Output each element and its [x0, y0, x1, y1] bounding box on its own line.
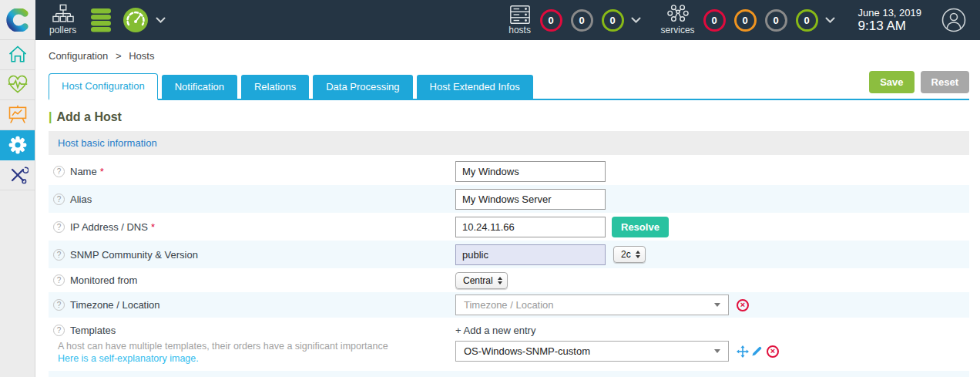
user-menu[interactable]	[941, 8, 966, 32]
save-button[interactable]: Save	[869, 71, 914, 93]
current-date: June 13, 2019	[858, 7, 921, 19]
select-spinner-icon	[498, 277, 502, 284]
name-input[interactable]	[455, 161, 606, 182]
snmp-community-input[interactable]	[455, 244, 606, 265]
timezone-label-cell: ? Timezone / Location	[49, 299, 455, 311]
templates-select-cell: OS-Windows-SNMP-custom	[455, 341, 969, 362]
sidebar-item-configuration[interactable]	[0, 130, 35, 160]
template-select[interactable]: OS-Windows-SNMP-custom	[455, 341, 729, 362]
page-title: |Add a Host	[49, 110, 969, 124]
help-icon[interactable]: ?	[53, 194, 65, 205]
required-asterisk: *	[100, 166, 104, 177]
monitored-from-input-cell: Central	[455, 272, 969, 289]
breadcrumb-section[interactable]: Configuration	[49, 50, 108, 62]
services-ok-count: 0	[804, 15, 809, 26]
main-content: Configuration > Hosts Host Configuration…	[35, 40, 980, 377]
template-row-actions: ×	[737, 345, 781, 358]
tab-relations[interactable]: Relations	[241, 75, 309, 99]
help-icon[interactable]: ?	[53, 325, 65, 336]
help-icon[interactable]: ?	[53, 274, 65, 286]
services-chevron-down-icon[interactable]	[825, 17, 835, 24]
help-icon[interactable]: ?	[53, 299, 65, 311]
services-status-group: services 0 0 0 0	[661, 4, 835, 35]
topbar: pollers	[35, 0, 980, 40]
form-row-alias: ? Alias	[49, 185, 969, 213]
alias-label-cell: ? Alias	[49, 194, 455, 205]
move-icon[interactable]	[737, 345, 749, 358]
hosts-ok-counter[interactable]: 0	[602, 9, 624, 32]
hosts-menu[interactable]: hosts	[508, 5, 532, 35]
snmp-label-cell: ? SNMP Community & Version	[49, 249, 455, 261]
services-ok-counter[interactable]: 0	[796, 9, 818, 32]
services-unknown-counter[interactable]: 0	[765, 9, 787, 32]
form-row-snmp: ? SNMP Community & Version 2c	[49, 241, 969, 268]
template-delete-icon[interactable]: ×	[767, 345, 779, 358]
name-label-cell: ? Name *	[49, 166, 455, 177]
tab-host-extended-infos[interactable]: Host Extended Infos	[417, 75, 533, 99]
templates-help-text: A host can have multiple templates, thei…	[53, 341, 388, 365]
sidebar-item-home[interactable]	[0, 40, 35, 70]
help-icon[interactable]: ?	[53, 249, 65, 261]
gear-icon	[7, 134, 29, 156]
select-spinner-icon	[636, 251, 640, 258]
hosts-status-group: hosts 0 0 0	[508, 5, 641, 35]
latency-status[interactable]	[123, 7, 149, 33]
hosts-icon	[508, 5, 532, 25]
database-status[interactable]	[89, 8, 113, 32]
add-new-entry-link[interactable]: + Add a new entry	[455, 325, 535, 336]
templates-help-line: A host can have multiple templates, thei…	[58, 341, 388, 352]
sidebar-item-monitoring[interactable]	[0, 70, 35, 100]
snmp-version-select[interactable]: 2c	[613, 246, 646, 263]
timezone-placeholder: Timezone / Location	[464, 299, 554, 311]
home-icon	[7, 44, 29, 66]
timezone-select[interactable]: Timezone / Location	[455, 295, 729, 315]
resolve-button[interactable]: Resolve	[612, 217, 669, 237]
centreon-logo[interactable]	[0, 0, 35, 40]
reset-button[interactable]: Reset	[921, 71, 969, 93]
help-icon[interactable]: ?	[53, 221, 65, 233]
timezone-input-cell: Timezone / Location ×	[455, 295, 969, 315]
form-row-timezone: ? Timezone / Location Timezone / Locatio…	[49, 292, 969, 318]
form-row-ip: ? IP Address / DNS * Resolve	[49, 213, 969, 241]
tab-notification[interactable]: Notification	[162, 75, 237, 99]
form-row-create-services: ? Create Services linked to the Template…	[49, 371, 969, 377]
services-critical-counter[interactable]: 0	[703, 9, 726, 32]
edit-pencil-icon[interactable]	[751, 345, 763, 357]
breadcrumb-page[interactable]: Hosts	[129, 50, 154, 62]
services-unknown-count: 0	[773, 15, 778, 26]
hosts-ok-count: 0	[609, 15, 615, 26]
chevron-down-icon	[714, 303, 720, 307]
pollers-icon	[52, 4, 75, 25]
sidebar-item-administration[interactable]	[0, 160, 35, 190]
templates-help-cell: A host can have multiple templates, thei…	[49, 341, 455, 365]
hosts-unknown-counter[interactable]: 0	[571, 9, 593, 32]
monitored-from-select[interactable]: Central	[455, 272, 508, 289]
templates-help-link[interactable]: Here is a self-explanatory image.	[58, 353, 199, 364]
poller-chevron-down-icon[interactable]	[156, 17, 166, 24]
monitored-from-value: Central	[463, 275, 493, 286]
sidebar-item-reporting[interactable]	[0, 100, 35, 130]
pollers-menu[interactable]: pollers	[49, 4, 76, 35]
current-time: 9:13 AM	[858, 19, 921, 34]
tab-host-configuration[interactable]: Host Configuration	[49, 73, 158, 100]
name-label: Name	[70, 166, 97, 177]
ip-input[interactable]	[455, 217, 606, 237]
heart-pulse-icon	[7, 74, 29, 96]
services-icon	[666, 4, 690, 25]
ip-input-cell: Resolve	[455, 217, 969, 237]
services-menu[interactable]: services	[661, 4, 695, 35]
form-row-templates: ? Templates + Add a new entry	[49, 318, 969, 338]
timezone-clear-icon[interactable]: ×	[737, 299, 749, 311]
breadcrumb: Configuration > Hosts	[49, 40, 969, 65]
help-icon[interactable]: ?	[53, 166, 65, 177]
alias-input[interactable]	[455, 189, 606, 210]
services-warning-counter[interactable]: 0	[734, 9, 757, 32]
hosts-chevron-down-icon[interactable]	[631, 17, 641, 24]
tab-data-processing[interactable]: Data Processing	[313, 75, 412, 99]
hosts-critical-counter[interactable]: 0	[540, 9, 562, 32]
templates-label-cell: ? Templates	[49, 325, 455, 336]
alias-label: Alias	[70, 194, 92, 205]
snmp-label: SNMP Community & Version	[70, 249, 198, 261]
ip-label: IP Address / DNS	[70, 221, 148, 233]
database-icon	[89, 8, 113, 32]
